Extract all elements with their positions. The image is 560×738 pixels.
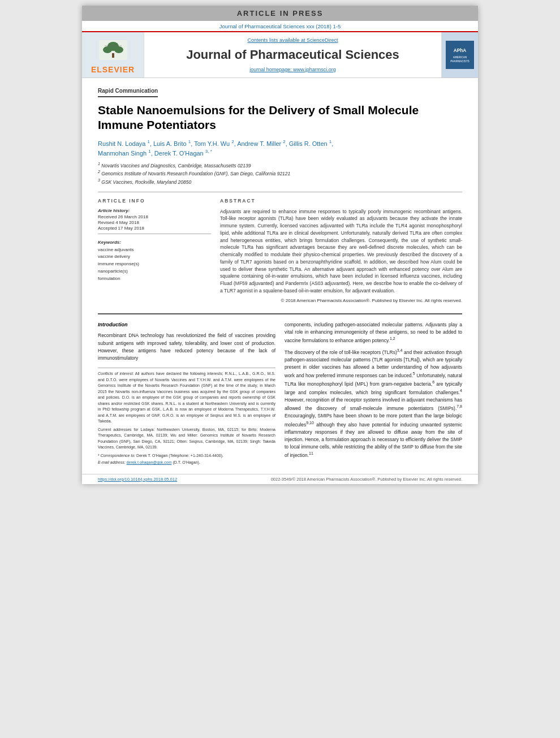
keywords-list: vaccine adjuvants vaccine delivery immun… — [98, 247, 211, 283]
svg-rect-4 — [112, 53, 114, 58]
elsevier-logo-area: ELSEVIER — [82, 32, 144, 77]
current-addresses-text: Current addresses for Lodaya: Northeaste… — [98, 427, 275, 451]
svg-text:APhA: APhA — [454, 48, 467, 53]
svg-point-2 — [103, 46, 112, 53]
accepted-date: Accepted 17 May 2018 — [98, 226, 211, 231]
article-in-press-banner: ARTICLE IN PRESS — [82, 6, 478, 21]
authors-line: Rushit N. Lodaya 1, Luis A. Brito 1, Tom… — [98, 139, 462, 158]
footer: https://doi.org/10.1016/j.xphs.2018.05.0… — [82, 474, 478, 484]
page: ARTICLE IN PRESS Journal of Pharmaceutic… — [82, 6, 478, 484]
journal-header: ELSEVIER Contents lists available at Sci… — [82, 32, 478, 78]
article-info-panel: ARTICLE INFO Article history: Received 2… — [98, 198, 211, 303]
email-link[interactable]: derek.t.ohagan@gsk.com — [127, 460, 172, 464]
journal-ref: Journal of Pharmaceutical Sciences xxx (… — [82, 21, 478, 32]
elsevier-label: ELSEVIER — [91, 65, 135, 74]
banner-text: ARTICLE IN PRESS — [237, 9, 324, 18]
journal-ref-text: Journal of Pharmaceutical Sciences xxx (… — [219, 23, 341, 29]
keywords-section: Keywords: vaccine adjuvants vaccine deli… — [98, 240, 211, 283]
info-divider — [98, 234, 211, 234]
sciencedirect-link[interactable]: ScienceDirect — [307, 37, 338, 43]
conflicts-text: Conflicts of interest: All authors have … — [98, 371, 275, 425]
intro-title: Introduction — [98, 321, 275, 329]
svg-text:PHARMACISTS: PHARMACISTS — [450, 60, 469, 63]
apha-logo: APhA AMERICAN PHARMACISTS — [446, 41, 474, 69]
article-info-abstract: ARTICLE INFO Article history: Received 2… — [98, 192, 462, 303]
main-content: Rapid Communication Stable Nanoemulsions… — [82, 78, 478, 313]
svg-point-3 — [114, 46, 123, 53]
footer-issn: 0022-3549/© 2018 American Pharmacists As… — [271, 477, 462, 482]
article-title: Stable Nanoemulsions for the Delivery of… — [98, 103, 462, 133]
copyright-text: © 2018 American Pharmacists Association®… — [220, 298, 462, 303]
abstract-heading: ABSTRACT — [220, 198, 462, 204]
article-info-heading: ARTICLE INFO — [98, 198, 211, 204]
journal-center: Contents lists available at ScienceDirec… — [144, 32, 441, 77]
email-text: E-mail address: derek.t.ohagan@gsk.com (… — [98, 460, 275, 466]
body-right-para2: The discovery of the role of toll-like r… — [285, 348, 462, 459]
sciencedirect-line: Contents lists available at ScienceDirec… — [247, 37, 338, 43]
body-two-col: Introduction Recombinant DNA technology … — [98, 321, 462, 466]
abstract-panel: ABSTRACT Adjuvants are required to enhan… — [220, 198, 462, 303]
elsevier-tree-icon — [96, 37, 130, 63]
body-left-col: Introduction Recombinant DNA technology … — [98, 321, 275, 466]
body-right-text: components, including pathogen-associate… — [285, 321, 462, 344]
journal-homepage: journal homepage: www.jpharmsci.org — [249, 67, 336, 72]
received-date: Received 26 March 2018 — [98, 214, 211, 219]
homepage-link[interactable]: www.jpharmsci.org — [293, 67, 336, 72]
history-label: Article history: — [98, 208, 211, 213]
correspondence-text: * Correspondence to: Derek T. O'Hagan (T… — [98, 453, 275, 459]
abstract-text: Adjuvants are required to enhance immune… — [220, 208, 462, 295]
apha-logo-area: APhA AMERICAN PHARMACISTS — [441, 32, 478, 77]
body-right-col: components, including pathogen-associate… — [285, 321, 462, 466]
revised-date: Revised 4 May 2018 — [98, 220, 211, 225]
affiliations: 1 Novartis Vaccines and Diagnostics, Cam… — [98, 161, 462, 186]
article-type: Rapid Communication — [98, 88, 158, 97]
footnotes-area: Conflicts of interest: All authors have … — [98, 368, 275, 466]
body-left-text: Recombinant DNA technology has revolutio… — [98, 332, 275, 362]
keywords-label: Keywords: — [98, 240, 211, 245]
svg-text:AMERICAN: AMERICAN — [453, 56, 467, 59]
body-content: Introduction Recombinant DNA technology … — [82, 314, 478, 471]
doi-link[interactable]: https://doi.org/10.1016/j.xphs.2018.05.0… — [98, 477, 177, 482]
journal-title: Journal of Pharmaceutical Sciences — [186, 48, 399, 62]
svg-rect-7 — [447, 42, 472, 67]
